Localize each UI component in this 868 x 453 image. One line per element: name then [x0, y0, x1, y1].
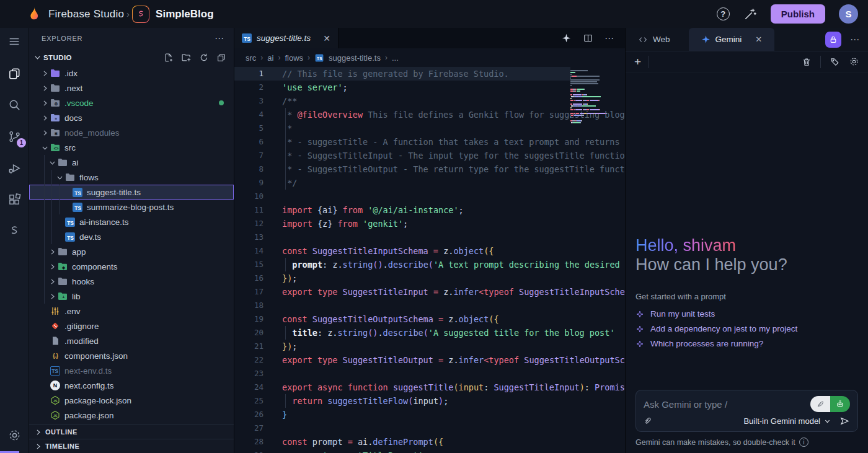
workspace-icon[interactable] [132, 6, 149, 23]
timeline-section[interactable]: TIMELINE [29, 439, 234, 453]
minimap[interactable] [570, 70, 620, 124]
gemini-input-card[interactable]: Ask Gemini or type / [636, 390, 858, 432]
editor-more-icon[interactable]: ⋯ [604, 33, 615, 44]
run-debug-icon[interactable] [6, 160, 22, 176]
tree-item-ai[interactable]: ai [29, 155, 234, 170]
tree-item-.modified[interactable]: .modified [29, 333, 234, 348]
tree-item-.env[interactable]: .env [29, 304, 234, 319]
workspace-title[interactable]: SimpleBlog [156, 8, 214, 20]
tab-suggest-title[interactable]: TS suggest-title.ts ✕ [234, 28, 339, 48]
studio-swirl-icon[interactable] [6, 223, 22, 239]
chevron-right-icon: › [260, 53, 263, 62]
settings-gear-icon[interactable] [849, 56, 859, 67]
brand[interactable]: Firebase Studio [27, 6, 124, 22]
code-area[interactable]: 1234567891011121314151617181920212223242… [234, 67, 625, 453]
tree-item-next-env.d.ts[interactable]: TSnext-env.d.ts [29, 363, 234, 378]
publish-button[interactable]: Publish [771, 4, 825, 24]
tree-item-dev.ts[interactable]: TSdev.ts [29, 229, 234, 244]
breadcrumb-item[interactable]: ai [267, 53, 273, 63]
outline-section[interactable]: OUTLINE [29, 424, 234, 439]
gemini-panel: Web Gemini ✕ ⋯ + [625, 28, 868, 453]
editor-toolbar: ⋯ [561, 28, 625, 48]
line-number: 3 [234, 94, 264, 108]
extensions-icon[interactable] [6, 191, 22, 208]
tree-item-lib[interactable]: +lib [29, 289, 234, 304]
tree-item-.gitignore[interactable]: .gitignore [29, 319, 234, 333]
panel-more-icon[interactable]: ⋯ [850, 34, 861, 45]
tree-item-summarize-blog-post.ts[interactable]: TSsummarize-blog-post.ts [29, 200, 234, 214]
svg-text:<>: <> [54, 146, 59, 151]
tree-item-.next[interactable]: .next [29, 81, 234, 95]
explorer-actions [164, 52, 226, 63]
agent-mode-robot-icon[interactable] [830, 396, 850, 412]
tree-item-.idx[interactable]: .idx [29, 66, 234, 81]
tree-item-docs[interactable]: ≡docs [29, 110, 234, 125]
breadcrumb-item[interactable]: src [246, 53, 256, 63]
close-icon[interactable]: ✕ [755, 35, 762, 44]
suggestion-chip[interactable]: Run my unit tests [636, 309, 858, 319]
folder-file-icon [50, 83, 61, 93]
close-icon[interactable]: ✕ [323, 33, 330, 43]
code-line: } [282, 408, 625, 421]
tree-item-next.config.ts[interactable]: Nnext.config.ts [29, 378, 234, 393]
tab-web[interactable]: Web [626, 28, 683, 51]
split-editor-icon[interactable] [583, 33, 593, 43]
send-icon[interactable] [839, 416, 850, 426]
lock-icon[interactable] [825, 32, 841, 48]
tab-gemini[interactable]: Gemini ✕ [689, 28, 775, 51]
chat-input-placeholder[interactable]: Ask Gemini or type / [644, 399, 727, 410]
indent-guide [51, 214, 52, 229]
new-folder-icon[interactable] [181, 52, 192, 63]
components-file-icon: ◆ [57, 262, 68, 271]
explorer-more-icon[interactable]: ⋯ [215, 33, 225, 44]
settings-gear-icon[interactable] [6, 427, 22, 443]
refresh-icon[interactable] [199, 53, 209, 63]
next-file-icon: N [50, 380, 61, 390]
attach-paperclip-icon[interactable] [644, 416, 653, 426]
tree-item-app[interactable]: app [29, 244, 234, 259]
model-selector[interactable]: Built-in Gemini model [743, 416, 831, 426]
info-icon[interactable]: i [799, 438, 808, 447]
breadcrumb-item[interactable]: ... [392, 53, 399, 63]
tree-item-src[interactable]: <>src [29, 140, 234, 155]
tree-item-node_modules[interactable]: ✱node_modules [29, 125, 234, 140]
mode-toggle[interactable] [810, 396, 850, 412]
project-row[interactable]: STUDIO [29, 49, 234, 66]
avatar[interactable]: S [839, 4, 858, 24]
indent-guide [44, 170, 45, 185]
tree-item-flows[interactable]: flows [29, 170, 234, 185]
new-file-icon[interactable] [164, 53, 174, 63]
breadcrumb[interactable]: src›ai›flows›TSsuggest-title.ts›... [234, 48, 625, 67]
new-chat-icon[interactable]: + [634, 55, 641, 69]
suggestion-chip[interactable]: Which processes are running? [636, 339, 858, 348]
help-icon[interactable]: ? [717, 7, 730, 20]
timeline-label: TIMELINE [45, 442, 79, 450]
breadcrumb-item[interactable]: suggest-title.ts [329, 53, 381, 63]
code-line: export async function suggestTitle(input… [282, 380, 625, 394]
suggestion-chip[interactable]: Add a dependency on jest to my project [636, 324, 858, 333]
tree-item-ai-instance.ts[interactable]: TSai-instance.ts [29, 214, 234, 229]
tree-item-suggest-title.ts[interactable]: TSsuggest-title.ts [29, 185, 234, 200]
ai-sparkle-icon[interactable] [561, 33, 572, 43]
delete-icon[interactable] [802, 57, 812, 67]
disclaimer: Gemini can make mistakes, so double-chec… [636, 438, 858, 453]
tree-item-label: next.config.ts [64, 381, 114, 390]
breadcrumb-item[interactable]: flows [285, 53, 303, 63]
tree-item-components[interactable]: ◆components [29, 259, 234, 274]
menu-icon[interactable] [6, 33, 22, 50]
tree-item-.vscode[interactable]: ⚙.vscode [29, 95, 234, 110]
explorer-icon[interactable] [6, 65, 22, 81]
source-control-icon[interactable]: 1 [6, 128, 22, 144]
tree-item-package.json[interactable]: JSpackage.json [29, 408, 234, 423]
suggestion-list: Run my unit testsAdd a dependency on jes… [636, 309, 858, 348]
tree-item-package-lock.json[interactable]: JSpackage-lock.json [29, 393, 234, 408]
tree-item-components.json[interactable]: {..}components.json [29, 348, 234, 363]
chevron-right-icon [40, 129, 50, 137]
tree-item-label: hooks [72, 277, 94, 286]
chat-mode-feather-icon[interactable] [810, 396, 830, 412]
collapse-all-icon[interactable] [216, 53, 226, 63]
tree-item-hooks[interactable]: hooks [29, 274, 234, 289]
search-icon[interactable] [6, 97, 22, 113]
label-icon[interactable] [830, 56, 840, 67]
magic-wand-icon[interactable] [743, 7, 757, 21]
